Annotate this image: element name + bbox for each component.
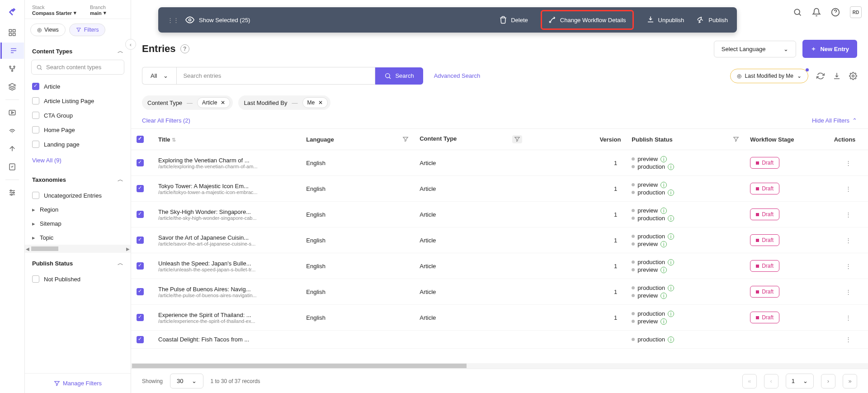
clear-all-filters[interactable]: Clear All Filters (2) bbox=[142, 117, 190, 124]
close-icon[interactable]: ✕ bbox=[221, 99, 225, 106]
search-button[interactable]: Search bbox=[375, 67, 423, 85]
models-icon[interactable] bbox=[4, 61, 20, 77]
help-tooltip-icon[interactable]: ? bbox=[180, 44, 189, 53]
taxonomies-section[interactable]: Taxonomies ︿ bbox=[25, 169, 131, 188]
content-type-item[interactable]: CTA Group bbox=[31, 108, 124, 123]
row-checkbox[interactable] bbox=[137, 314, 144, 321]
table-row[interactable]: Tokyo Tower: A Majestic Icon Em.../artic… bbox=[131, 176, 868, 202]
sort-icon[interactable]: ⇅ bbox=[172, 137, 176, 142]
sidebar-scrollbar[interactable]: ◀ ▶ bbox=[25, 245, 131, 253]
table-header[interactable]: Version bbox=[528, 129, 626, 150]
publish-button[interactable]: Publish bbox=[697, 16, 728, 24]
info-icon[interactable]: i bbox=[660, 267, 667, 273]
row-checkbox[interactable] bbox=[137, 185, 144, 192]
taxonomy-item[interactable]: ▸Topic bbox=[31, 231, 124, 245]
checkbox-icon[interactable] bbox=[32, 97, 39, 104]
close-icon[interactable]: ✕ bbox=[318, 99, 323, 106]
gear-icon[interactable] bbox=[849, 72, 857, 80]
info-icon[interactable]: i bbox=[660, 293, 667, 299]
settings-icon[interactable] bbox=[4, 185, 20, 201]
last-page-button[interactable]: » bbox=[843, 374, 857, 388]
last-modified-by-me-toggle[interactable]: ◎ Last Modified by Me ⌄ bbox=[730, 69, 808, 83]
row-actions-menu[interactable]: ⋮ bbox=[829, 279, 868, 305]
show-selected-button[interactable]: Show Selected (25) bbox=[185, 15, 250, 24]
row-checkbox[interactable] bbox=[137, 211, 144, 218]
row-checkbox[interactable] bbox=[137, 336, 144, 343]
checkbox-icon[interactable] bbox=[32, 126, 39, 133]
taxonomy-item[interactable]: ▸Sitemap bbox=[31, 217, 124, 231]
taxonomy-item[interactable]: Uncategorized Entries bbox=[31, 188, 124, 203]
publish-status-section[interactable]: Publish Status ︿ bbox=[25, 253, 131, 272]
content-types-section[interactable]: Content Types ︿ bbox=[25, 41, 131, 60]
info-icon[interactable]: i bbox=[668, 311, 674, 317]
new-entry-button[interactable]: ＋ New Entry bbox=[802, 40, 857, 58]
advanced-search-link[interactable]: Advanced Search bbox=[434, 72, 481, 79]
checkbox-icon[interactable] bbox=[32, 192, 39, 199]
checkbox-icon[interactable] bbox=[32, 83, 39, 90]
branch-selector[interactable]: main▾ bbox=[90, 10, 106, 16]
row-actions-menu[interactable]: ⋮ bbox=[829, 227, 868, 253]
scroll-right-icon[interactable]: ▶ bbox=[126, 246, 130, 251]
checkbox-icon[interactable] bbox=[32, 141, 39, 148]
delete-button[interactable]: Delete bbox=[499, 16, 528, 24]
filters-toggle[interactable]: Filters bbox=[69, 24, 106, 36]
help-icon[interactable] bbox=[831, 8, 840, 17]
info-icon[interactable]: i bbox=[668, 259, 674, 265]
filter-chip-article[interactable]: Article✕ bbox=[197, 97, 230, 108]
taxonomy-item[interactable]: ▸Region bbox=[31, 203, 124, 217]
preview-icon[interactable] bbox=[4, 104, 20, 121]
hide-all-filters[interactable]: Hide All Filters⌃ bbox=[812, 117, 857, 124]
row-actions-menu[interactable]: ⋮ bbox=[829, 305, 868, 331]
search-icon[interactable] bbox=[793, 8, 802, 17]
notifications-icon[interactable] bbox=[812, 8, 821, 17]
content-type-item[interactable]: Home Page bbox=[31, 123, 124, 137]
per-page-selector[interactable]: 30⌄ bbox=[170, 374, 203, 388]
table-row[interactable]: Exploring the Venetian Charm of .../arti… bbox=[131, 150, 868, 176]
info-icon[interactable]: i bbox=[668, 164, 674, 170]
table-header[interactable] bbox=[131, 129, 153, 150]
row-actions-menu[interactable]: ⋮ bbox=[829, 150, 868, 176]
table-header[interactable]: Content Type bbox=[414, 129, 528, 150]
page-selector[interactable]: 1⌄ bbox=[786, 374, 814, 388]
row-checkbox[interactable] bbox=[137, 288, 144, 295]
select-language-dropdown[interactable]: Select Language ⌄ bbox=[714, 41, 797, 57]
search-scope-dropdown[interactable]: All⌄ bbox=[142, 67, 176, 85]
search-entries-input[interactable]: Search entries bbox=[176, 67, 375, 85]
content-type-item[interactable]: Article Listing Page bbox=[31, 94, 124, 108]
row-actions-menu[interactable]: ⋮ bbox=[829, 331, 868, 349]
network-icon[interactable] bbox=[4, 123, 20, 139]
view-all-content-types[interactable]: View All (9) bbox=[25, 152, 131, 169]
row-checkbox[interactable] bbox=[137, 237, 144, 244]
table-row[interactable]: The Sky-High Wonder: Singapore.../articl… bbox=[131, 202, 868, 227]
unpublish-button[interactable]: Unpublish bbox=[646, 16, 684, 24]
info-icon[interactable]: i bbox=[668, 233, 674, 240]
row-checkbox[interactable] bbox=[137, 159, 144, 166]
table-row[interactable]: Experience the Spirit of Thailand: .../a… bbox=[131, 305, 868, 331]
views-toggle[interactable]: ◎Views bbox=[30, 24, 66, 36]
search-content-types[interactable]: Search content types bbox=[31, 60, 124, 75]
table-header[interactable]: Actions bbox=[829, 129, 868, 150]
info-icon[interactable]: i bbox=[660, 182, 667, 188]
refresh-icon[interactable] bbox=[816, 72, 825, 80]
content-type-item[interactable]: Landing page bbox=[31, 137, 124, 152]
next-page-button[interactable]: › bbox=[821, 374, 835, 388]
info-icon[interactable]: i bbox=[660, 241, 667, 247]
select-all-checkbox[interactable] bbox=[137, 136, 144, 143]
table-row[interactable]: Savor the Art of Japanese Cuisin.../arti… bbox=[131, 227, 868, 253]
change-workflow-button[interactable]: Change Workflow Details bbox=[541, 10, 634, 30]
filter-icon[interactable] bbox=[402, 136, 409, 142]
row-actions-menu[interactable]: ⋮ bbox=[829, 176, 868, 202]
table-header[interactable]: Title ⇅ bbox=[153, 129, 301, 150]
info-icon[interactable]: i bbox=[668, 189, 674, 196]
filter-chip-me[interactable]: Me✕ bbox=[302, 97, 328, 108]
info-icon[interactable]: i bbox=[660, 318, 667, 325]
info-icon[interactable]: i bbox=[660, 156, 667, 162]
tasks-icon[interactable] bbox=[4, 159, 20, 175]
collapse-sidebar-button[interactable]: ‹ bbox=[125, 39, 136, 50]
table-row[interactable]: Coastal Delight: Fish Tacos from ... pro… bbox=[131, 331, 868, 349]
row-actions-menu[interactable]: ⋮ bbox=[829, 202, 868, 227]
table-header[interactable]: Workflow Stage bbox=[745, 129, 828, 150]
dashboard-icon[interactable] bbox=[4, 24, 20, 41]
checkbox-icon[interactable] bbox=[32, 112, 39, 119]
assets-icon[interactable] bbox=[4, 79, 20, 95]
